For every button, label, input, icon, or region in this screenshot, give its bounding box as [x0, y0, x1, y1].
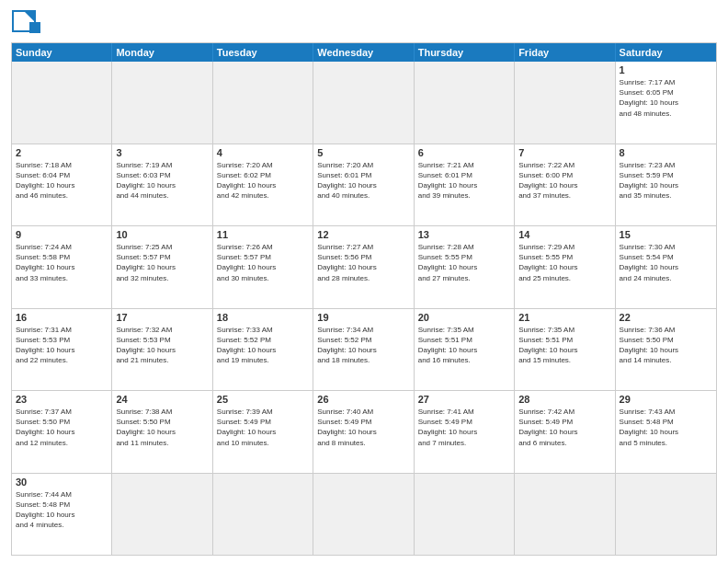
day-number: 11 — [217, 229, 309, 240]
day-number: 1 — [620, 64, 712, 75]
cell-info: Sunrise: 7:18 AM Sunset: 6:04 PM Dayligh… — [16, 160, 108, 201]
cell-info: Sunrise: 7:42 AM Sunset: 5:49 PM Dayligh… — [518, 407, 610, 448]
day-number: 29 — [620, 394, 712, 405]
cell-info: Sunrise: 7:25 AM Sunset: 5:57 PM Dayligh… — [116, 242, 208, 283]
calendar-row-4: 23Sunrise: 7:37 AM Sunset: 5:50 PM Dayli… — [12, 390, 716, 473]
cell-info: Sunrise: 7:20 AM Sunset: 6:01 PM Dayligh… — [317, 160, 409, 201]
calendar-cell: 2Sunrise: 7:18 AM Sunset: 6:04 PM Daylig… — [12, 144, 112, 226]
calendar-cell — [112, 62, 212, 144]
calendar-cell: 14Sunrise: 7:29 AM Sunset: 5:55 PM Dayli… — [515, 226, 615, 308]
calendar-cell: 3Sunrise: 7:19 AM Sunset: 6:03 PM Daylig… — [112, 144, 212, 226]
weekday-header-monday: Monday — [112, 43, 212, 62]
calendar-cell: 25Sunrise: 7:39 AM Sunset: 5:49 PM Dayli… — [213, 391, 313, 473]
calendar-cell: 26Sunrise: 7:40 AM Sunset: 5:49 PM Dayli… — [313, 391, 414, 473]
day-number: 17 — [116, 312, 208, 323]
day-number: 5 — [317, 147, 409, 158]
calendar-cell — [213, 474, 313, 556]
calendar-cell: 27Sunrise: 7:41 AM Sunset: 5:49 PM Dayli… — [415, 391, 515, 473]
cell-info: Sunrise: 7:30 AM Sunset: 5:54 PM Dayligh… — [620, 242, 712, 283]
header — [11, 9, 717, 37]
day-number: 13 — [418, 229, 510, 240]
day-number: 9 — [16, 229, 108, 240]
cell-info: Sunrise: 7:43 AM Sunset: 5:48 PM Dayligh… — [620, 407, 712, 448]
calendar-body: 1Sunrise: 7:17 AM Sunset: 6:05 PM Daylig… — [12, 62, 716, 555]
calendar-cell: 13Sunrise: 7:28 AM Sunset: 5:55 PM Dayli… — [415, 226, 515, 308]
day-number: 23 — [16, 394, 108, 405]
calendar-cell: 19Sunrise: 7:34 AM Sunset: 5:52 PM Dayli… — [313, 309, 414, 391]
logo-area — [11, 9, 53, 37]
cell-info: Sunrise: 7:22 AM Sunset: 6:00 PM Dayligh… — [518, 160, 610, 201]
day-number: 7 — [518, 147, 610, 158]
day-number: 28 — [518, 394, 610, 405]
day-number: 19 — [317, 312, 409, 323]
calendar-cell: 30Sunrise: 7:44 AM Sunset: 5:48 PM Dayli… — [12, 474, 112, 556]
cell-info: Sunrise: 7:29 AM Sunset: 5:55 PM Dayligh… — [518, 242, 610, 283]
cell-info: Sunrise: 7:35 AM Sunset: 5:51 PM Dayligh… — [418, 325, 510, 366]
calendar-cell: 28Sunrise: 7:42 AM Sunset: 5:49 PM Dayli… — [515, 391, 615, 473]
cell-info: Sunrise: 7:26 AM Sunset: 5:57 PM Dayligh… — [217, 242, 309, 283]
calendar-cell — [415, 62, 515, 144]
cell-info: Sunrise: 7:32 AM Sunset: 5:53 PM Dayligh… — [116, 325, 208, 366]
calendar-cell — [415, 474, 515, 556]
calendar-cell: 1Sunrise: 7:17 AM Sunset: 6:05 PM Daylig… — [616, 62, 716, 144]
calendar-cell — [12, 62, 112, 144]
cell-info: Sunrise: 7:34 AM Sunset: 5:52 PM Dayligh… — [317, 325, 409, 366]
calendar-row-5: 30Sunrise: 7:44 AM Sunset: 5:48 PM Dayli… — [12, 473, 716, 556]
day-number: 6 — [418, 147, 510, 158]
calendar-cell: 17Sunrise: 7:32 AM Sunset: 5:53 PM Dayli… — [112, 309, 212, 391]
calendar-cell: 15Sunrise: 7:30 AM Sunset: 5:54 PM Dayli… — [616, 226, 716, 308]
day-number: 27 — [418, 394, 510, 405]
weekday-header-friday: Friday — [515, 43, 615, 62]
cell-info: Sunrise: 7:23 AM Sunset: 5:59 PM Dayligh… — [620, 160, 712, 201]
day-number: 4 — [217, 147, 309, 158]
calendar-cell: 24Sunrise: 7:38 AM Sunset: 5:50 PM Dayli… — [112, 391, 212, 473]
calendar-cell: 10Sunrise: 7:25 AM Sunset: 5:57 PM Dayli… — [112, 226, 212, 308]
weekday-header-tuesday: Tuesday — [213, 43, 313, 62]
weekday-header-wednesday: Wednesday — [313, 43, 414, 62]
calendar-cell — [313, 62, 414, 144]
cell-info: Sunrise: 7:38 AM Sunset: 5:50 PM Dayligh… — [116, 407, 208, 448]
calendar-cell — [213, 62, 313, 144]
cell-info: Sunrise: 7:36 AM Sunset: 5:50 PM Dayligh… — [620, 325, 712, 366]
weekday-header-sunday: Sunday — [12, 43, 112, 62]
svg-marker-3 — [29, 22, 40, 33]
calendar-row-2: 9Sunrise: 7:24 AM Sunset: 5:58 PM Daylig… — [12, 225, 716, 308]
day-number: 18 — [217, 312, 309, 323]
day-number: 3 — [116, 147, 208, 158]
logo-icon — [11, 9, 46, 37]
cell-info: Sunrise: 7:24 AM Sunset: 5:58 PM Dayligh… — [16, 242, 108, 283]
calendar-cell: 11Sunrise: 7:26 AM Sunset: 5:57 PM Dayli… — [213, 226, 313, 308]
calendar-cell: 23Sunrise: 7:37 AM Sunset: 5:50 PM Dayli… — [12, 391, 112, 473]
cell-info: Sunrise: 7:35 AM Sunset: 5:51 PM Dayligh… — [518, 325, 610, 366]
cell-info: Sunrise: 7:33 AM Sunset: 5:52 PM Dayligh… — [217, 325, 309, 366]
cell-info: Sunrise: 7:41 AM Sunset: 5:49 PM Dayligh… — [418, 407, 510, 448]
calendar-cell: 20Sunrise: 7:35 AM Sunset: 5:51 PM Dayli… — [415, 309, 515, 391]
day-number: 10 — [116, 229, 208, 240]
calendar-cell: 22Sunrise: 7:36 AM Sunset: 5:50 PM Dayli… — [616, 309, 716, 391]
calendar-cell: 18Sunrise: 7:33 AM Sunset: 5:52 PM Dayli… — [213, 309, 313, 391]
day-number: 15 — [620, 229, 712, 240]
day-number: 16 — [16, 312, 108, 323]
cell-info: Sunrise: 7:19 AM Sunset: 6:03 PM Dayligh… — [116, 160, 208, 201]
calendar-cell: 9Sunrise: 7:24 AM Sunset: 5:58 PM Daylig… — [12, 226, 112, 308]
calendar-cell: 6Sunrise: 7:21 AM Sunset: 6:01 PM Daylig… — [415, 144, 515, 226]
calendar-cell: 5Sunrise: 7:20 AM Sunset: 6:01 PM Daylig… — [313, 144, 414, 226]
cell-info: Sunrise: 7:28 AM Sunset: 5:55 PM Dayligh… — [418, 242, 510, 283]
calendar-cell: 7Sunrise: 7:22 AM Sunset: 6:00 PM Daylig… — [515, 144, 615, 226]
calendar-cell: 29Sunrise: 7:43 AM Sunset: 5:48 PM Dayli… — [616, 391, 716, 473]
day-number: 14 — [518, 229, 610, 240]
cell-info: Sunrise: 7:17 AM Sunset: 6:05 PM Dayligh… — [620, 77, 712, 119]
calendar-cell — [515, 62, 615, 144]
calendar-cell — [313, 474, 414, 556]
cell-info: Sunrise: 7:39 AM Sunset: 5:49 PM Dayligh… — [217, 407, 309, 448]
calendar-header: SundayMondayTuesdayWednesdayThursdayFrid… — [12, 43, 716, 62]
day-number: 26 — [317, 394, 409, 405]
calendar-cell — [515, 474, 615, 556]
calendar-cell — [616, 474, 716, 556]
calendar-cell: 4Sunrise: 7:20 AM Sunset: 6:02 PM Daylig… — [213, 144, 313, 226]
day-number: 30 — [16, 477, 108, 488]
cell-info: Sunrise: 7:31 AM Sunset: 5:53 PM Dayligh… — [16, 325, 108, 366]
day-number: 20 — [418, 312, 510, 323]
day-number: 8 — [620, 147, 712, 158]
calendar-cell: 12Sunrise: 7:27 AM Sunset: 5:56 PM Dayli… — [313, 226, 414, 308]
